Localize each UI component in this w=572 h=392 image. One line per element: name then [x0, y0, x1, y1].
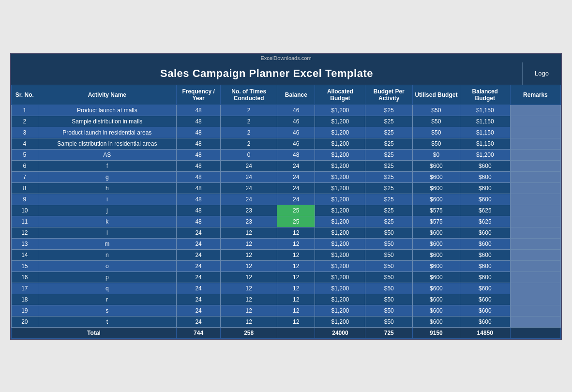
budget-per-cell: $25	[365, 138, 413, 149]
remarks-cell	[510, 116, 560, 127]
balance-cell: 12	[277, 305, 315, 316]
sr-cell: 8	[12, 182, 38, 194]
allocated-cell: $1,200	[315, 238, 365, 249]
balanced-budget-cell: $600	[460, 283, 510, 294]
frequency-cell: 24	[177, 238, 221, 249]
total-times: 258	[221, 327, 277, 338]
allocated-cell: $1,200	[315, 205, 365, 216]
balance-cell: 46	[277, 116, 315, 127]
frequency-cell: 48	[177, 138, 221, 149]
table-row: 12l241212$1,200$50$600$600	[12, 227, 561, 238]
activity-cell: f	[38, 160, 176, 171]
remarks-cell	[510, 216, 560, 227]
frequency-cell: 24	[177, 316, 221, 327]
col-header-balance: Balance	[277, 85, 315, 105]
table-row: 3Product launch in residential areas4824…	[12, 127, 561, 138]
col-header-budget-per: Budget Per Activity	[365, 85, 413, 105]
sr-cell: 17	[12, 283, 38, 294]
allocated-cell: $1,200	[315, 216, 365, 227]
table-row: 19s241212$1,200$50$600$600	[12, 305, 561, 316]
table-footer: Total 744 258 24000 725 9150 14850	[12, 327, 561, 338]
frequency-cell: 24	[177, 271, 221, 283]
budget-per-cell: $25	[365, 171, 413, 182]
header-row-table: Sr. No. Activity Name Frequency / Year N…	[12, 85, 561, 105]
balanced-budget-cell: $600	[460, 227, 510, 238]
balance-cell: 24	[277, 160, 315, 171]
remarks-cell	[510, 182, 560, 194]
activity-cell: Sample distribution in residential areas	[38, 138, 176, 149]
total-label: Total	[12, 327, 177, 338]
activity-cell: h	[38, 182, 176, 194]
utilised-cell: $600	[413, 171, 460, 182]
balanced-budget-cell: $1,150	[460, 105, 510, 116]
allocated-cell: $1,200	[315, 227, 365, 238]
remarks-cell	[510, 194, 560, 205]
frequency-cell: 48	[177, 171, 221, 182]
allocated-cell: $1,200	[315, 305, 365, 316]
utilised-cell: $600	[413, 271, 460, 283]
sr-cell: 19	[12, 305, 38, 316]
budget-per-cell: $50	[365, 238, 413, 249]
total-allocated: 24000	[315, 327, 365, 338]
remarks-cell	[510, 105, 560, 116]
sr-cell: 15	[12, 260, 38, 271]
budget-per-cell: $25	[365, 127, 413, 138]
budget-per-cell: $50	[365, 249, 413, 260]
utilised-cell: $575	[413, 205, 460, 216]
table-row: 6f482424$1,200$25$600$600	[12, 160, 561, 171]
frequency-cell: 24	[177, 305, 221, 316]
remarks-cell	[510, 260, 560, 271]
balance-cell: 24	[277, 194, 315, 205]
table-row: 16p241212$1,200$50$600$600	[12, 271, 561, 283]
budget-per-cell: $50	[365, 283, 413, 294]
allocated-cell: $1,200	[315, 160, 365, 171]
sr-cell: 1	[12, 105, 38, 116]
frequency-cell: 24	[177, 283, 221, 294]
sr-cell: 13	[12, 238, 38, 249]
total-budget-per: 725	[365, 327, 413, 338]
remarks-cell	[510, 316, 560, 327]
activity-cell: Product launch in residential areas	[38, 127, 176, 138]
activity-cell: j	[38, 205, 176, 216]
budget-per-cell: $50	[365, 305, 413, 316]
balance-cell: 12	[277, 238, 315, 249]
balance-cell: 12	[277, 227, 315, 238]
sr-cell: 2	[12, 116, 38, 127]
times-cell: 2	[221, 116, 277, 127]
remarks-cell	[510, 149, 560, 160]
utilised-cell: $50	[413, 116, 460, 127]
allocated-cell: $1,200	[315, 182, 365, 194]
balanced-budget-cell: $600	[460, 249, 510, 260]
utilised-cell: $600	[413, 316, 460, 327]
sr-cell: 6	[12, 160, 38, 171]
budget-per-cell: $50	[365, 294, 413, 305]
allocated-cell: $1,200	[315, 194, 365, 205]
times-cell: 2	[221, 105, 277, 116]
utilised-cell: $600	[413, 160, 460, 171]
balanced-budget-cell: $600	[460, 160, 510, 171]
utilised-cell: $600	[413, 260, 460, 271]
sr-cell: 11	[12, 216, 38, 227]
budget-per-cell: $50	[365, 227, 413, 238]
balanced-budget-cell: $600	[460, 194, 510, 205]
utilised-cell: $600	[413, 227, 460, 238]
sr-cell: 16	[12, 271, 38, 283]
times-cell: 24	[221, 160, 277, 171]
balance-cell: 12	[277, 249, 315, 260]
balance-cell: 24	[277, 182, 315, 194]
sr-cell: 18	[12, 294, 38, 305]
total-utilised: 9150	[413, 327, 460, 338]
activity-cell: r	[38, 294, 176, 305]
table-row: 11k482325$1,200$25$575$625	[12, 216, 561, 227]
table-row: 9i482424$1,200$25$600$600	[12, 194, 561, 205]
budget-per-cell: $25	[365, 116, 413, 127]
utilised-cell: $600	[413, 283, 460, 294]
remarks-cell	[510, 171, 560, 182]
col-header-allocated: Allocated Budget	[315, 85, 365, 105]
allocated-cell: $1,200	[315, 116, 365, 127]
total-frequency: 744	[177, 327, 221, 338]
activity-cell: Sample distribution in malls	[38, 116, 176, 127]
balance-cell: 12	[277, 283, 315, 294]
balanced-budget-cell: $600	[460, 238, 510, 249]
table-row: 13m241212$1,200$50$600$600	[12, 238, 561, 249]
